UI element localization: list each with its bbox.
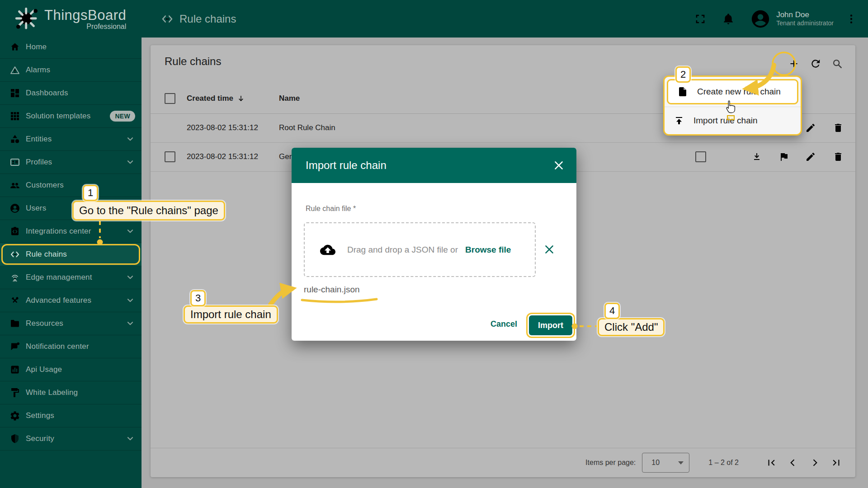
callout-step4: Click "Add"	[598, 318, 665, 336]
file-field-label: Rule chain file *	[306, 205, 356, 213]
folder-icon	[9, 318, 20, 329]
sidebar-item-api-usage[interactable]: Api Usage	[0, 358, 142, 381]
sidebar-item-customers[interactable]: Customers	[0, 174, 142, 197]
notifications-bell-icon[interactable]	[722, 13, 735, 25]
import-button[interactable]: Import	[529, 315, 572, 335]
callout-step1: Go to the "Rule chains" page	[72, 201, 225, 221]
dialog-header: Import rule chain	[292, 148, 576, 183]
chevron-down-icon	[125, 319, 135, 328]
sidebar: ThingsBoard Professional Home Alarms Das…	[0, 0, 142, 488]
sidebar-item-label: Entities	[26, 135, 52, 144]
api-usage-icon	[9, 364, 20, 375]
cloud-upload-icon	[320, 242, 335, 258]
brand-logo[interactable]: ThingsBoard Professional	[0, 0, 142, 38]
clear-file-icon[interactable]	[543, 244, 555, 255]
step-badge-3: 3	[190, 290, 206, 306]
dropzone-text: Drag and drop a JSON file or	[347, 245, 458, 255]
sidebar-item-entities[interactable]: Entities	[0, 128, 142, 151]
sidebar-item-white-labeling[interactable]: White Labeling	[0, 381, 142, 404]
users-icon	[9, 203, 20, 214]
sidebar-item-rule-chains[interactable]: Rule chains	[0, 243, 142, 266]
hand-cursor-icon	[723, 99, 739, 120]
topbar-actions: John Doe Tenant administrator	[679, 9, 857, 29]
tools-icon	[9, 295, 20, 306]
selected-file-name: rule-chain.json	[304, 285, 360, 295]
sidebar-item-label: Home	[26, 42, 47, 52]
user-block[interactable]: John Doe Tenant administrator	[776, 10, 834, 28]
dashboards-icon	[9, 88, 20, 99]
chevron-down-icon	[125, 157, 135, 167]
chevron-down-icon	[125, 272, 135, 282]
user-role: Tenant administrator	[776, 19, 834, 28]
upload-icon	[674, 115, 684, 126]
avatar[interactable]	[750, 9, 771, 29]
sidebar-nav: Home Alarms Dashboards Solution template…	[0, 36, 142, 450]
chevron-down-icon	[125, 226, 135, 236]
sidebar-item-dashboards[interactable]: Dashboards	[0, 82, 142, 105]
paint-icon	[9, 387, 20, 398]
thingsboard-logo-icon	[13, 5, 41, 33]
sidebar-item-label: Api Usage	[26, 365, 62, 374]
topbar: Rule chains John Doe Tenant administrato…	[142, 0, 868, 38]
sidebar-item-label: Rule chains	[26, 250, 67, 259]
browse-file-link[interactable]: Browse file	[465, 245, 511, 255]
sidebar-item-label: Integrations center	[26, 227, 91, 236]
sidebar-item-label: Advanced features	[26, 296, 91, 305]
sidebar-item-integrations-center[interactable]: Integrations center	[0, 220, 142, 243]
sidebar-item-resources[interactable]: Resources	[0, 312, 142, 335]
sidebar-item-label: Dashboards	[26, 89, 68, 98]
sidebar-item-label: Alarms	[26, 66, 50, 75]
sidebar-item-settings[interactable]: Settings	[0, 404, 142, 427]
user-name: John Doe	[776, 10, 834, 19]
step-badge-1: 1	[83, 185, 98, 201]
sidebar-item-label: Resources	[26, 319, 63, 328]
notification-icon	[9, 341, 20, 352]
sidebar-item-label: Edge management	[26, 273, 92, 282]
fullscreen-icon[interactable]	[694, 13, 707, 25]
sidebar-item-label: Solution templates	[26, 112, 90, 121]
cancel-button[interactable]: Cancel	[491, 319, 517, 329]
integrations-icon	[9, 226, 20, 237]
gear-icon	[9, 410, 20, 421]
edge-icon	[9, 272, 20, 283]
sidebar-item-security[interactable]: Security	[0, 427, 142, 450]
import-rule-chain-dialog: Import rule chain Rule chain file * Drag…	[292, 148, 576, 341]
sidebar-item-edge-management[interactable]: Edge management	[0, 266, 142, 289]
page-title: Rule chains	[179, 13, 236, 25]
sidebar-item-label: Notification center	[26, 342, 89, 351]
close-icon[interactable]	[553, 160, 565, 171]
sidebar-item-profiles[interactable]: Profiles	[0, 151, 142, 174]
sidebar-item-home[interactable]: Home	[0, 36, 142, 59]
entities-icon	[9, 134, 20, 145]
menu-item-label: Create new rule chain	[697, 87, 781, 97]
chevron-down-icon	[125, 296, 135, 305]
sidebar-item-solution-templates[interactable]: Solution templatesNEW	[0, 105, 142, 128]
file-icon	[677, 86, 688, 97]
sidebar-item-label: Security	[26, 434, 54, 443]
chevron-down-icon	[125, 134, 135, 144]
customers-icon	[9, 180, 20, 191]
dialog-title: Import rule chain	[306, 159, 387, 172]
page-title-wrap: Rule chains	[160, 12, 236, 26]
brand-name: ThingsBoard	[44, 7, 126, 23]
sidebar-item-label: Users	[26, 204, 46, 213]
sidebar-item-label: Customers	[26, 181, 64, 190]
rule-chains-icon	[9, 249, 20, 260]
new-badge: NEW	[110, 111, 135, 122]
sidebar-item-advanced-features[interactable]: Advanced features	[0, 289, 142, 312]
sidebar-item-label: Profiles	[26, 158, 52, 167]
grid-icon	[9, 111, 20, 122]
file-dropzone[interactable]: Drag and drop a JSON file or Browse file	[304, 222, 536, 277]
step-badge-2: 2	[675, 66, 691, 83]
sidebar-item-alarms[interactable]: Alarms	[0, 59, 142, 82]
brand-edition: Professional	[44, 23, 126, 31]
profiles-icon	[9, 157, 20, 168]
sidebar-item-label: Settings	[26, 411, 54, 420]
sidebar-item-notification-center[interactable]: Notification center	[0, 335, 142, 358]
brand-text: ThingsBoard Professional	[44, 7, 126, 31]
sidebar-item-label: White Labeling	[26, 388, 78, 397]
kebab-menu-icon[interactable]	[845, 13, 857, 25]
home-icon	[9, 42, 20, 52]
chevron-down-icon	[125, 434, 135, 444]
callout-step3: Import rule chain	[184, 305, 278, 324]
